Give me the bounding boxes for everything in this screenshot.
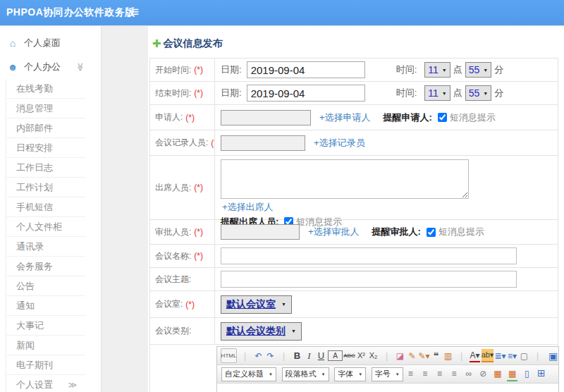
meeting-topic-input[interactable]: [221, 271, 517, 288]
sidebar-item-personal-file-cabinet[interactable]: 个人文件柜 ≫: [6, 217, 85, 237]
font-family-select[interactable]: 字体 ▼: [334, 367, 366, 381]
sidebar-item-sms[interactable]: 手机短信 ≫: [6, 197, 85, 217]
toolbar-separator[interactable]: |: [381, 350, 392, 362]
sidebar-item-memorabilia[interactable]: 大事记 ≫: [6, 316, 85, 336]
applicant-input[interactable]: [221, 110, 311, 125]
select-approver-link[interactable]: +选择审批人: [308, 226, 360, 238]
fullscreen-icon[interactable]: ▣: [548, 350, 558, 362]
new-page-icon[interactable]: ▢: [519, 350, 529, 362]
toolbar-separator[interactable]: |: [456, 350, 467, 362]
sidebar-item-label: 在线考勤: [16, 82, 53, 95]
toolbar-select-label: 字体: [338, 369, 353, 379]
meeting-name-input[interactable]: [221, 247, 517, 264]
highlight-color-icon[interactable]: ab▾: [482, 349, 494, 362]
format-brush-icon[interactable]: ✎: [407, 350, 417, 362]
page-title: ✚ 会议信息发布: [152, 37, 564, 50]
form-row-meeting-name: 会议名称:(*): [150, 245, 558, 268]
insert-image-icon[interactable]: ▦: [492, 368, 503, 380]
italic-icon[interactable]: I: [304, 350, 314, 362]
sidebar-item-internal-mail[interactable]: 内部邮件 ≫: [6, 118, 85, 138]
align-justify-icon[interactable]: ≡: [449, 368, 460, 380]
ordered-list-icon[interactable]: ≣▾: [495, 350, 505, 362]
align-center-icon[interactable]: ≡: [419, 368, 430, 380]
superscript-icon[interactable]: X²: [356, 350, 367, 362]
redo-icon[interactable]: ↷: [265, 350, 276, 362]
editor-toolbar-row2-icons: ≡ ≡ ≡ ≡ ∞: [405, 367, 548, 381]
sidebar-item-contacts[interactable]: 通讯录 ≫: [6, 237, 85, 257]
insert-table-icon[interactable]: ⊞: [536, 367, 546, 379]
select-attendees-link[interactable]: +选择出席人: [222, 201, 274, 214]
end-hour-select[interactable]: 11▼: [424, 85, 450, 101]
recorder-input[interactable]: [221, 135, 305, 151]
applicant-sms-checkbox[interactable]: [438, 113, 447, 122]
align-left-icon[interactable]: ≡: [405, 368, 416, 380]
meeting-category-select[interactable]: 默认会议类别 ▼: [221, 322, 302, 341]
eraser-icon[interactable]: ◪: [395, 350, 405, 362]
sidebar-item-schedule[interactable]: 日程安排 ≫: [6, 138, 85, 158]
font-color-icon[interactable]: A▾: [470, 349, 480, 362]
end-hour-value: 11: [428, 87, 439, 99]
sidebar-item-online-attendance[interactable]: 在线考勤 ≫: [6, 79, 85, 99]
meeting-room-select[interactable]: 默认会议室 ▼: [221, 295, 292, 314]
heading-style-select[interactable]: 自定义标题 ▼: [221, 367, 276, 381]
attendees-textarea[interactable]: [221, 159, 469, 199]
start-minute-select[interactable]: 55▼: [465, 62, 492, 78]
font-size-select[interactable]: 字号 ▼: [372, 367, 403, 381]
approver-sms-checkbox[interactable]: [427, 228, 436, 237]
link-icon[interactable]: ∞: [463, 368, 474, 380]
font-border-icon[interactable]: A: [328, 350, 343, 361]
select-applicant-link[interactable]: +选择申请人: [319, 111, 371, 124]
blockquote-icon[interactable]: ❝: [431, 350, 441, 362]
paste-icon[interactable]: ▥: [443, 350, 453, 362]
sidebar-item-meeting-service[interactable]: 会务服务 ≫: [6, 257, 85, 276]
sidebar-item-message-management[interactable]: 消息管理 ≫: [6, 99, 85, 118]
subscript-icon[interactable]: X₂: [368, 350, 379, 362]
content-gutter: [102, 26, 148, 392]
start-date-input[interactable]: [247, 61, 365, 78]
toolbar-separator[interactable]: |: [278, 350, 289, 362]
sidebar-item-label: 个人设置: [16, 379, 53, 391]
sidebar-item-personal-desktop[interactable]: ⌂ 个人桌面 ≫: [0, 31, 101, 55]
source-html-button[interactable]: HTML: [221, 348, 237, 363]
toolbar-separator[interactable]: |: [240, 350, 250, 362]
bold-icon[interactable]: B: [292, 350, 302, 362]
sidebar-item-label: 个人文件柜: [16, 221, 62, 233]
sidebar-item-announcement[interactable]: 公告 ≫: [6, 276, 85, 296]
sidebar-item-work-log[interactable]: 工作日志 ≫: [6, 158, 85, 178]
sidebar-item-personal-settings[interactable]: 个人设置 ≫: [6, 375, 85, 392]
sidebar-item-label: 个人桌面: [24, 37, 61, 49]
sidebar-item-personal-office[interactable]: ☻ 个人办公 ≫: [0, 55, 101, 79]
meeting-category-label: 会议类别:: [150, 318, 215, 344]
underline-icon[interactable]: U: [316, 350, 326, 362]
toolbar-separator[interactable]: |: [532, 350, 543, 362]
sidebar-item-work-plan[interactable]: 工作计划 ≫: [6, 178, 85, 197]
unlink-icon[interactable]: ⊘: [478, 368, 489, 380]
unordered-list-icon[interactable]: ≡▾: [507, 350, 517, 362]
menu-icon[interactable]: ≡: [131, 4, 139, 20]
end-minute-select[interactable]: 55▼: [465, 85, 492, 101]
end-date-input[interactable]: [247, 85, 365, 102]
form-row-end-time: 结束时间:(*) 日期: 时间: 11▼ 点 55▼ 分: [150, 82, 558, 105]
paint-format-icon[interactable]: ✎▾: [419, 350, 429, 362]
upload-image-icon[interactable]: ▦: [507, 368, 517, 381]
undo-icon[interactable]: ↶: [253, 350, 264, 362]
sidebar-item-news[interactable]: 新闻 ≫: [6, 336, 85, 355]
align-right-icon[interactable]: ≡: [434, 368, 445, 380]
insert-media-icon[interactable]: ▯: [522, 368, 532, 380]
editor-toolbar-row2: 自定义标题 ▼ 段落格式 ▼: [217, 365, 558, 384]
editor-content-area[interactable]: [217, 384, 558, 392]
form-row-editor: HTML | ↶ ↷ | B: [150, 345, 558, 392]
dropdown-arrow-icon: ▼: [291, 329, 296, 333]
paragraph-format-select[interactable]: 段落格式 ▼: [282, 367, 329, 381]
sidebar-item-label: 个人办公: [24, 61, 61, 73]
home-icon: ⌂: [7, 37, 18, 49]
sidebar-item-e-journal[interactable]: 电子期刊 ≫: [6, 355, 85, 375]
meeting-category-value: 默认会议类别 ▼: [215, 318, 558, 344]
sidebar-item-notice[interactable]: 通知 ≫: [6, 296, 85, 316]
sidebar-item-label: 工作计划: [16, 181, 53, 194]
start-hour-select[interactable]: 11▼: [424, 62, 450, 78]
strikethrough-icon[interactable]: ABC: [344, 350, 355, 362]
approver-input[interactable]: [221, 224, 300, 240]
select-recorder-link[interactable]: +选择记录员: [314, 137, 365, 149]
sidebar: ⌂ 个人桌面 ≫ ☻ 个人办公 ≫ 在线考勤 ≫: [0, 26, 102, 392]
